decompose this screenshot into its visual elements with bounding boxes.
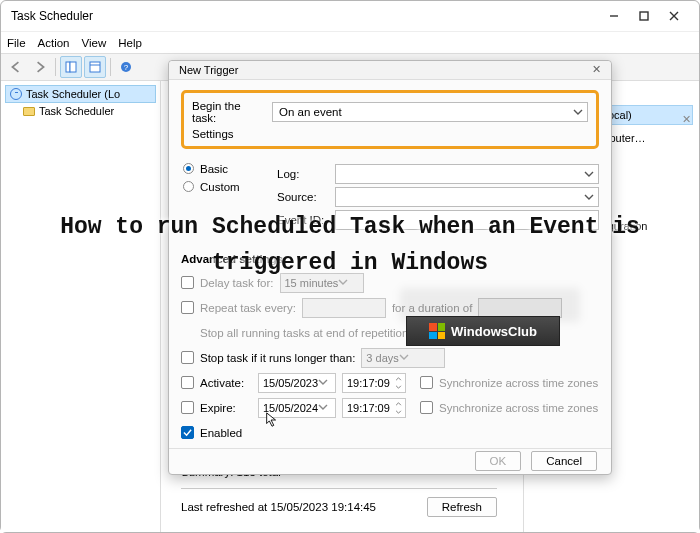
actions-close-icon[interactable]: ✕ [682,113,691,126]
chevron-down-icon [399,352,409,364]
brand-badge: WindowsClub [406,316,560,346]
radio-basic[interactable]: Basic [183,163,269,175]
source-select[interactable] [335,187,599,207]
event-id-input[interactable] [335,210,599,230]
begin-task-highlight: Begin the task: On an event Settings [181,90,599,149]
nav-fwd-button[interactable] [29,56,51,78]
delay-label: Delay task for: [200,277,274,289]
repeat-duration-select[interactable] [478,298,562,318]
expire-time-input[interactable]: 19:17:09 [342,398,406,418]
activate-label: Activate: [200,377,252,389]
scheduler-icon [10,88,22,100]
menu-action[interactable]: Action [38,37,70,49]
menu-file[interactable]: File [7,37,26,49]
enabled-checkbox[interactable] [181,426,194,439]
spinner-icon[interactable] [392,400,404,417]
expire-checkbox[interactable] [181,401,194,414]
delay-value-select[interactable]: 15 minutes [280,273,364,293]
chevron-down-icon [318,377,328,389]
menu-help[interactable]: Help [118,37,142,49]
last-refreshed: Last refreshed at 15/05/2023 19:14:45 [181,501,376,513]
advanced-settings-label: Advanced settings [181,253,599,265]
event-id-label: Event ID: [277,214,329,226]
windows-flag-icon [429,323,445,339]
refresh-button[interactable]: Refresh [427,497,497,517]
sync-tz-label-1: Synchronize across time zones [439,377,598,389]
svg-rect-2 [70,62,76,72]
menu-view[interactable]: View [82,37,107,49]
toolbar-view1[interactable] [60,56,82,78]
begin-task-select[interactable]: On an event [272,102,588,122]
chevron-down-icon [573,107,583,119]
activate-time-input[interactable]: 19:17:09 [342,373,406,393]
ok-button[interactable]: OK [475,451,522,471]
settings-label: Settings [192,128,588,140]
delay-checkbox[interactable] [181,276,194,289]
svg-rect-3 [90,62,100,72]
tree-root[interactable]: Task Scheduler (Lo [5,85,156,103]
divider [181,488,497,489]
tree-child-library[interactable]: Task Scheduler [5,103,156,119]
sync-tz-checkbox-1[interactable] [420,376,433,389]
maximize-button[interactable] [629,4,659,28]
sync-tz-label-2: Synchronize across time zones [439,402,598,414]
stop-if-label: Stop task if it runs longer than: [200,352,355,364]
radio-custom[interactable]: Custom [183,181,269,193]
chevron-down-icon [584,169,594,181]
chevron-down-icon [584,192,594,204]
toolbar-divider [55,58,56,76]
log-select[interactable] [335,164,599,184]
toolbar-help-button[interactable]: ? [115,56,137,78]
cancel-button[interactable]: Cancel [531,451,597,471]
stop-if-checkbox[interactable] [181,351,194,364]
tree-child-label: Task Scheduler [39,105,114,117]
close-button[interactable] [659,4,689,28]
begin-task-label: Begin the task: [192,100,266,124]
radio-dot-off [183,181,194,192]
chevron-down-icon [318,402,328,414]
minimize-button[interactable] [599,4,629,28]
repeat-label: Repeat task every: [200,302,296,314]
log-label: Log: [277,168,329,180]
toolbar-view2[interactable] [84,56,106,78]
activate-date-input[interactable]: 15/05/2023 [258,373,336,393]
new-trigger-dialog: New Trigger ✕ Begin the task: On an even… [168,60,612,475]
radio-dot-on [183,163,194,174]
svg-rect-0 [640,12,648,20]
stop-if-value-select[interactable]: 3 days [361,348,445,368]
repeat-checkbox[interactable] [181,301,194,314]
folder-icon [23,107,35,116]
toolbar-divider [110,58,111,76]
dialog-close-icon[interactable]: ✕ [592,63,601,76]
repeat-for-label: for a duration of [392,302,473,314]
repeat-interval-select[interactable] [302,298,386,318]
activate-checkbox[interactable] [181,376,194,389]
source-label: Source: [277,191,329,203]
dialog-title: New Trigger [179,64,238,76]
mouse-cursor-icon [265,412,279,430]
tree-root-label: Task Scheduler (Lo [26,88,120,100]
enabled-label: Enabled [200,427,242,439]
sync-tz-checkbox-2[interactable] [420,401,433,414]
expire-label: Expire: [200,402,252,414]
spinner-icon[interactable] [392,375,404,392]
window-title: Task Scheduler [11,9,93,23]
svg-rect-1 [66,62,70,72]
nav-back-button[interactable] [5,56,27,78]
svg-text:?: ? [124,63,129,72]
chevron-down-icon [338,277,348,289]
